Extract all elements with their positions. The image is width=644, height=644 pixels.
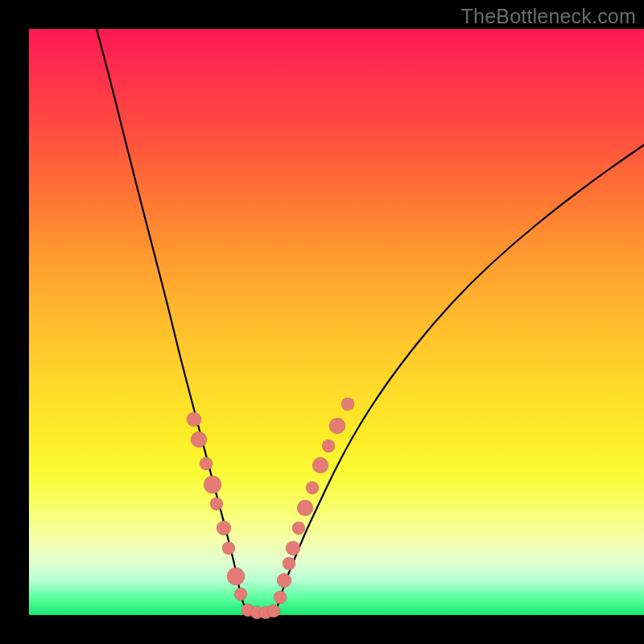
frame: TheBottleneck.com <box>0 0 644 644</box>
chart-svg <box>29 29 644 615</box>
beads-group <box>187 398 354 619</box>
bead <box>234 588 247 601</box>
bead <box>222 542 235 555</box>
bead <box>217 521 231 535</box>
watermark-label: TheBottleneck.com <box>461 5 636 28</box>
bead <box>341 398 354 411</box>
bead <box>297 500 313 516</box>
bead <box>312 457 328 473</box>
curves-group <box>97 29 644 614</box>
bead <box>292 522 305 535</box>
right-curve <box>275 145 644 613</box>
bead <box>322 440 335 452</box>
bead <box>191 431 207 448</box>
bead <box>204 476 221 493</box>
bead <box>267 605 280 617</box>
bead <box>283 557 295 570</box>
bead <box>187 412 201 427</box>
bead <box>200 457 213 470</box>
bead <box>286 541 300 555</box>
bead <box>306 481 319 494</box>
bead <box>227 568 245 585</box>
bead <box>329 418 345 434</box>
bead <box>277 573 291 588</box>
bead <box>274 591 287 604</box>
bead <box>210 497 223 510</box>
